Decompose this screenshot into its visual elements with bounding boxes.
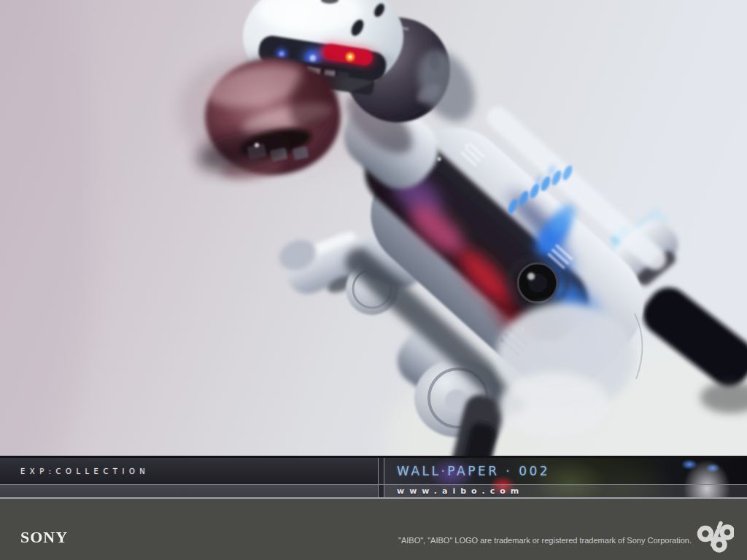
title-cell: WALL·PAPER · 002 www.aibo.com bbox=[384, 458, 747, 499]
aibo-wallpaper: EXP:COLLECTION WALL·PAPER · 002 www.aibo… bbox=[0, 0, 747, 560]
info-bar: EXP:COLLECTION WALL·PAPER · 002 www.aibo… bbox=[0, 456, 747, 499]
aibo-logo-icon bbox=[696, 521, 734, 554]
vertical-divider bbox=[378, 458, 384, 497]
bar-bottom-line bbox=[0, 497, 747, 499]
trademark-notice: "AIBO", "AIBO" LOGO are trademark or reg… bbox=[398, 536, 692, 545]
bottom-bar: SONY "AIBO", "AIBO" LOGO are trademark o… bbox=[0, 499, 747, 560]
camera-lens bbox=[508, 258, 567, 308]
collection-row-spacer bbox=[0, 485, 378, 497]
site-url: www.aibo.com bbox=[397, 485, 524, 497]
collection-cell: EXP:COLLECTION bbox=[0, 458, 378, 499]
wallpaper-photo bbox=[0, 0, 747, 456]
wallpaper-title: WALL·PAPER · 002 bbox=[397, 458, 550, 484]
robot-dog-illustration bbox=[0, 0, 747, 456]
collection-label: EXP:COLLECTION bbox=[20, 467, 150, 475]
sony-logo: SONY bbox=[20, 529, 68, 547]
collection-row: EXP:COLLECTION bbox=[0, 458, 378, 484]
row-separator bbox=[0, 484, 747, 485]
